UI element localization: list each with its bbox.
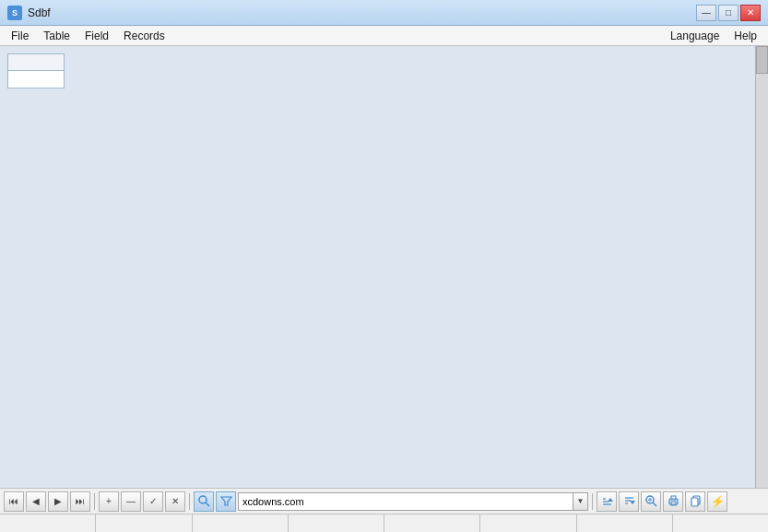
- search-button[interactable]: [194, 491, 214, 512]
- next-record-button[interactable]: ▶: [48, 491, 68, 512]
- table-area: [7, 53, 65, 89]
- cancel-button[interactable]: ✕: [165, 491, 185, 512]
- status-cell-3: [193, 514, 289, 532]
- status-cell-1: [0, 514, 96, 532]
- menu-field[interactable]: Field: [77, 28, 116, 44]
- first-record-button[interactable]: ⏮: [4, 491, 24, 512]
- right-scrollbar[interactable]: [755, 46, 768, 488]
- filter-input-container: ▼: [238, 492, 588, 511]
- window-controls: — □ ✕: [696, 5, 761, 21]
- status-cell-7: [577, 514, 673, 532]
- status-cell-2: [96, 514, 192, 532]
- add-record-button[interactable]: +: [99, 491, 119, 512]
- copy-button[interactable]: [685, 491, 705, 512]
- table-header-cell-1: [8, 54, 64, 71]
- menu-records[interactable]: Records: [116, 28, 172, 44]
- filter-dropdown-button[interactable]: ▼: [573, 492, 588, 511]
- search-icon: [198, 495, 210, 507]
- menu-right: Language Help: [663, 28, 764, 44]
- menu-table[interactable]: Table: [36, 28, 77, 44]
- title-left: S Sdbf: [7, 6, 51, 20]
- copy-icon: [690, 495, 702, 507]
- minimize-button[interactable]: —: [696, 5, 716, 21]
- title-text: Sdbf: [28, 6, 51, 19]
- separator-1: [94, 493, 95, 510]
- bottom-toolbar: ⏮ ◀ ▶ ⏭ + — ✓ ✕ ▼: [0, 488, 768, 514]
- filter-input[interactable]: [238, 492, 573, 511]
- sort-desc-button[interactable]: [619, 491, 639, 512]
- svg-line-12: [653, 502, 656, 506]
- print-button[interactable]: [663, 491, 683, 512]
- confirm-button[interactable]: ✓: [143, 491, 163, 512]
- last-record-button[interactable]: ⏭: [70, 491, 90, 512]
- menu-language[interactable]: Language: [663, 28, 727, 44]
- separator-3: [592, 493, 593, 510]
- table-body-cell-1: [8, 71, 64, 88]
- svg-line-1: [206, 502, 209, 506]
- delete-record-button[interactable]: —: [121, 491, 141, 512]
- zoom-icon: [645, 495, 657, 507]
- sort-asc-button[interactable]: [597, 491, 617, 512]
- lightning-button[interactable]: ⚡: [707, 491, 727, 512]
- sort-asc-icon: [601, 495, 613, 507]
- scrollbar-thumb[interactable]: [756, 46, 768, 74]
- menu-file[interactable]: File: [4, 28, 36, 44]
- svg-marker-6: [608, 498, 613, 502]
- status-cell-4: [289, 514, 384, 532]
- svg-rect-19: [691, 498, 698, 506]
- status-cell-6: [480, 514, 576, 532]
- filter-icon: [220, 495, 232, 507]
- svg-marker-2: [221, 497, 231, 505]
- status-cell-5: [384, 514, 480, 532]
- sort-desc-icon: [623, 495, 635, 507]
- svg-marker-10: [630, 501, 635, 504]
- filter-button[interactable]: [216, 491, 236, 512]
- svg-point-0: [199, 496, 207, 503]
- separator-2: [189, 493, 190, 510]
- app-icon: S: [7, 6, 22, 20]
- print-icon: [668, 495, 679, 507]
- zoom-button[interactable]: [641, 491, 661, 512]
- status-cell-8: [673, 514, 768, 532]
- menu-help[interactable]: Help: [727, 28, 764, 44]
- menu-bar: File Table Field Records Language Help: [0, 26, 768, 46]
- close-button[interactable]: ✕: [740, 5, 761, 21]
- main-content: [0, 46, 768, 488]
- table-body-row: [8, 71, 64, 88]
- title-bar: S Sdbf — □ ✕: [0, 0, 768, 26]
- table-header-row: [8, 54, 64, 71]
- prev-record-button[interactable]: ◀: [26, 491, 46, 512]
- maximize-button[interactable]: □: [718, 5, 738, 21]
- status-bar: [0, 514, 768, 532]
